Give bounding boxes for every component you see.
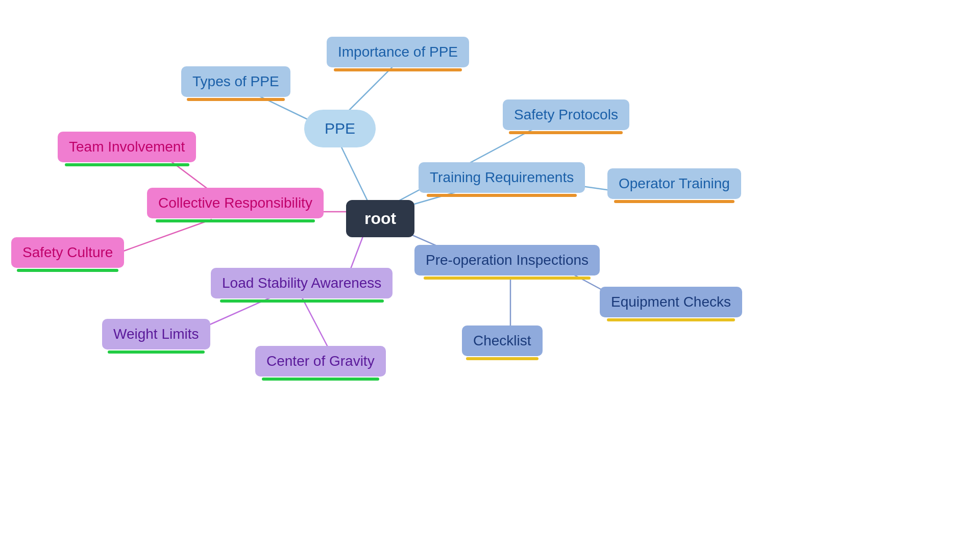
operator-training-node[interactable]: Operator Training [607,168,741,203]
safety-culture-node[interactable]: Safety Culture [11,237,124,272]
svg-line-0 [337,138,372,209]
weight-limits-underline [108,350,205,354]
weight-limits-label: Weight Limits [102,319,210,349]
equipment-checks-underline [607,318,735,321]
pre-operation-label: Pre-operation Inspections [414,245,600,276]
safety-culture-underline [17,269,118,272]
center-of-gravity-label: Center of Gravity [255,346,386,377]
checklist-underline [466,357,538,360]
types-of-ppe-node[interactable]: Types of PPE [181,66,290,101]
center-of-gravity-node[interactable]: Center of Gravity [255,346,386,381]
safety-culture-label: Safety Culture [11,237,124,268]
ppe-label: PPE [304,110,376,147]
operator-training-label: Operator Training [607,168,741,199]
importance-of-ppe-underline [334,68,462,71]
center-of-gravity-underline [262,378,379,381]
equipment-checks-label: Equipment Checks [600,287,742,317]
svg-line-8 [112,219,212,255]
checklist-node[interactable]: Checklist [462,325,543,360]
load-stability-underline [220,299,384,303]
operator-training-underline [614,200,734,203]
safety-protocols-underline [509,131,623,134]
team-involvement-underline [65,163,189,166]
training-requirements-label: Training Requirements [419,162,585,193]
load-stability-label: Load Stability Awareness [211,268,393,298]
types-of-ppe-label: Types of PPE [181,66,290,97]
safety-protocols-label: Safety Protocols [503,99,629,130]
team-involvement-label: Team Involvement [58,132,196,162]
weight-limits-node[interactable]: Weight Limits [102,319,210,354]
safety-protocols-node[interactable]: Safety Protocols [503,99,629,134]
root-label: root [346,200,414,237]
training-requirements-node[interactable]: Training Requirements [419,162,585,197]
pre-operation-node[interactable]: Pre-operation Inspections [414,245,600,280]
importance-of-ppe-label: Importance of PPE [327,37,469,67]
ppe-node[interactable]: PPE [304,110,376,147]
equipment-checks-node[interactable]: Equipment Checks [600,287,742,321]
checklist-label: Checklist [462,325,543,356]
collective-responsibility-node[interactable]: Collective Responsibility [147,188,324,222]
collective-responsibility-underline [156,219,314,222]
pre-operation-underline [424,277,591,280]
collective-responsibility-label: Collective Responsibility [147,188,324,218]
types-of-ppe-underline [187,98,285,101]
training-requirements-underline [427,194,577,197]
importance-of-ppe-node[interactable]: Importance of PPE [327,37,469,71]
load-stability-node[interactable]: Load Stability Awareness [211,268,393,303]
root-node[interactable]: root [346,200,414,237]
team-involvement-node[interactable]: Team Involvement [58,132,196,166]
